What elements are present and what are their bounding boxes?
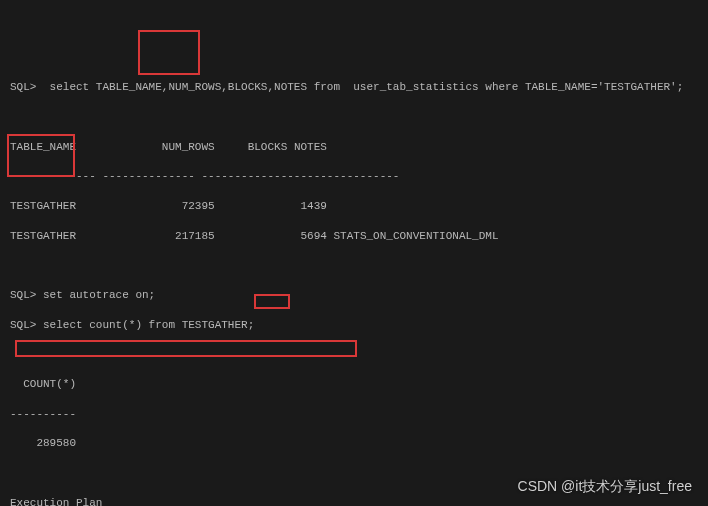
- sql-query: SQL> select TABLE_NAME,NUM_ROWS,BLOCKS,N…: [10, 80, 698, 95]
- exec-plan-title: Execution Plan: [10, 496, 698, 506]
- count-header: COUNT(*): [10, 377, 698, 392]
- count-dash: ----------: [10, 407, 698, 422]
- terminal-output: SQL> select TABLE_NAME,NUM_ROWS,BLOCKS,N…: [10, 65, 698, 506]
- sql-command: SQL> select count(*) from TESTGATHER;: [10, 318, 698, 333]
- watermark: CSDN @it技术分享just_free: [518, 477, 692, 496]
- count-value: 289580: [10, 436, 698, 451]
- result-dash: ------------- -------------- -----------…: [10, 169, 698, 184]
- result-row: TESTGATHER 217185 5694 STATS_ON_CONVENTI…: [10, 229, 698, 244]
- result-header: TABLE_NAME NUM_ROWS BLOCKS NOTES: [10, 140, 698, 155]
- sql-command: SQL> set autotrace on;: [10, 288, 698, 303]
- result-row: TESTGATHER 72395 1439: [10, 199, 698, 214]
